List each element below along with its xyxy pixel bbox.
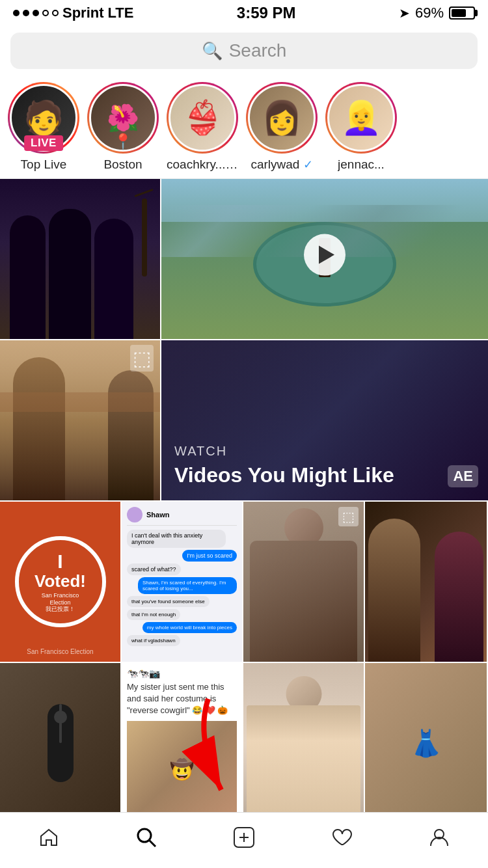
grid-cell-portrait[interactable]: ⬚: [243, 502, 365, 663]
chat-header: Shawn: [127, 507, 237, 526]
model-scene: [243, 663, 364, 823]
story-inner-coachkry: 👙: [169, 84, 236, 152]
witch-figure-1: [10, 215, 46, 339]
profile-icon: [428, 826, 450, 848]
nav-item-profile[interactable]: [390, 818, 488, 857]
grid-cell-chat[interactable]: Shawn I can't deal with this anxiety any…: [122, 502, 243, 663]
story-item-boston[interactable]: 🌺 📍 Boston: [87, 82, 159, 172]
home-icon: [38, 827, 59, 848]
story-label-boston: Boston: [103, 157, 142, 172]
grid-cell-witches[interactable]: [0, 179, 161, 340]
battery-percent: 69%: [415, 5, 444, 21]
verified-check-carlywad: ✓: [303, 158, 313, 171]
voted-footer: San Francisco Election: [0, 648, 120, 655]
grid-cell-gadget[interactable]: [0, 663, 122, 824]
voted-main: Voted!: [34, 573, 86, 590]
msg-2: I'm just so scared: [182, 550, 237, 562]
story-inner-jennac: 👱‍♀️: [327, 84, 395, 152]
story-label-coachkry: coachkry... ✓: [167, 157, 238, 172]
location-icon: ➤: [399, 5, 410, 21]
watch-logo: AE: [448, 465, 478, 487]
network-label: LTE: [108, 5, 134, 21]
chat-screenshot: Shawn I can't deal with this anxiety any…: [122, 502, 242, 662]
status-left: Sprint LTE: [13, 5, 133, 21]
nav-item-activity[interactable]: [293, 818, 390, 857]
grid-cell-meme[interactable]: 🐄🐄📷 My sister just sent me this and said…: [122, 663, 243, 824]
signal-dot-4: [42, 10, 49, 16]
witches-scene: [0, 179, 160, 339]
watch-title: Videos You Might Like: [174, 463, 475, 487]
search-bar[interactable]: 🔍 Search: [10, 33, 478, 69]
svg-line-2: [150, 840, 156, 847]
status-right: ➤ 69%: [399, 5, 475, 21]
avatar-carlywad: 👩: [250, 86, 314, 150]
explore-grid: ⬚ WATCH Videos You Might Like AE I Vo: [0, 179, 488, 824]
story-avatar-wrap-jennac: 👱‍♀️: [325, 82, 397, 154]
status-time: 3:59 PM: [237, 4, 296, 22]
nav-item-search[interactable]: [98, 818, 195, 857]
msg-6: that I'm not enough: [127, 609, 180, 620]
save-icon[interactable]: ⬚: [130, 347, 154, 370]
story-avatar-wrap-carlywad: 👩: [246, 82, 318, 154]
story-avatar-wrap-top-live: 🧑 LIVE: [8, 82, 79, 154]
meme-image: 🤠: [127, 721, 237, 818]
story-ring-jennac: 👱‍♀️: [325, 82, 397, 154]
story-ring-carlywad: 👩: [246, 82, 318, 154]
verified-check-coachkry: ✓: [229, 158, 238, 171]
bookmark-icon: ⬚: [130, 345, 154, 372]
post-icon: [233, 826, 255, 848]
portrait-save-icon[interactable]: ⬚: [338, 507, 359, 526]
msg-4: Shawn, I'm scared of everything. I'm sca…: [138, 577, 237, 594]
story-avatar-wrap-boston: 🌺 📍: [87, 82, 159, 154]
meme-scene: 🐄🐄📷 My sister just sent me this and said…: [122, 663, 242, 823]
bottom-nav: [0, 812, 488, 868]
avatar-jennac: 👱‍♀️: [329, 86, 393, 150]
msg-7: my whole world will break into pieces: [142, 622, 237, 633]
carrier-label: Sprint: [62, 5, 104, 21]
grid-cell-voted[interactable]: I Voted! San FranciscoElection 我已投票！ San…: [0, 502, 122, 663]
story-item-coachkry[interactable]: 👙 coachkry... ✓: [167, 82, 238, 172]
msg-3: scared of what??: [127, 563, 181, 575]
witch-figure-3: [94, 219, 133, 339]
gadget-scene: [0, 663, 120, 823]
grid-cell-watch-videos[interactable]: WATCH Videos You Might Like AE: [161, 340, 488, 502]
grid-cell-couple[interactable]: ⬚: [0, 340, 161, 502]
location-pin-boston: 📍: [113, 133, 133, 151]
meme-text: My sister just sent me this and said her…: [127, 681, 237, 717]
top-row: [0, 179, 488, 340]
gadget-rod: [59, 704, 62, 743]
signal-indicator: [13, 10, 59, 16]
search-bar-container: 🔍 Search: [0, 26, 488, 75]
signal-dot-1: [13, 10, 20, 16]
gadget-object: [47, 704, 74, 782]
signal-dot-2: [23, 10, 29, 16]
chat-avatar: [127, 507, 142, 522]
grid-cell-extra[interactable]: 👗: [365, 663, 487, 824]
play-triangle: [319, 246, 334, 264]
chat-name: Shawn: [146, 511, 169, 519]
grid-cell-aerial[interactable]: [161, 179, 488, 340]
nav-item-home[interactable]: [0, 818, 98, 857]
story-label-top-live: Top Live: [21, 157, 67, 172]
story-item-jennac[interactable]: 👱‍♀️ jennac...: [325, 82, 397, 172]
main-content: ⬚ WATCH Videos You Might Like AE I Vo: [0, 179, 488, 827]
story-item-top-live[interactable]: 🧑 LIVE Top Live: [8, 82, 79, 172]
nav-item-post[interactable]: [195, 818, 293, 857]
story-label-jennac: jennac...: [338, 157, 385, 172]
grid-cell-model[interactable]: [243, 663, 365, 824]
voted-i: I: [57, 550, 62, 573]
svg-point-1: [138, 829, 151, 842]
voted-circle: I Voted! San FranciscoElection 我已投票！: [15, 536, 106, 627]
search-placeholder: Search: [229, 40, 287, 61]
extra-scene: 👗: [365, 663, 487, 823]
couple2-person2: [435, 532, 483, 662]
battery-icon: [449, 7, 475, 20]
avatar-coachkry: 👙: [170, 86, 234, 150]
third-row: I Voted! San FranciscoElection 我已投票！ San…: [0, 502, 488, 663]
second-row: ⬚ WATCH Videos You Might Like AE: [0, 340, 488, 502]
witch-figure-2: [49, 209, 91, 339]
grid-cell-couple2[interactable]: [365, 502, 487, 663]
play-button[interactable]: [304, 234, 346, 276]
story-item-carlywad[interactable]: 👩 carlywad ✓: [246, 82, 318, 172]
live-badge: LIVE: [24, 135, 63, 151]
